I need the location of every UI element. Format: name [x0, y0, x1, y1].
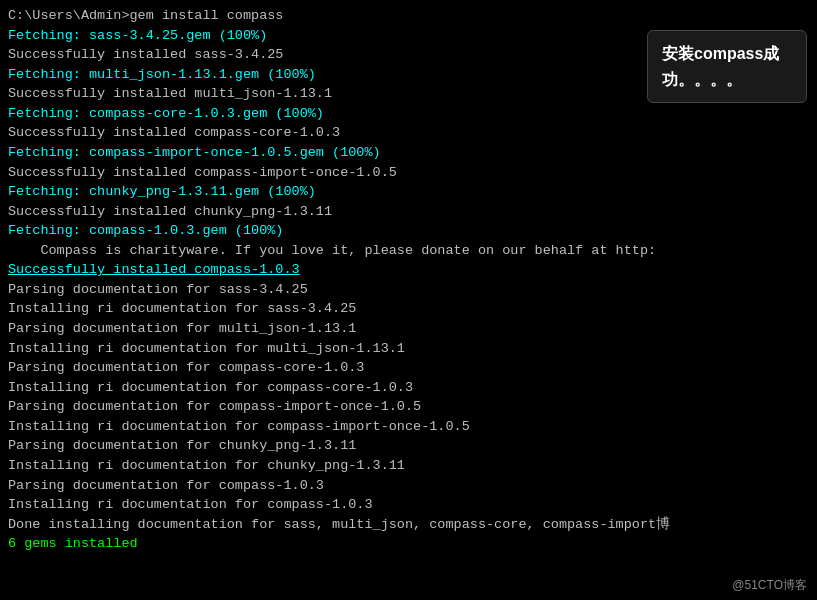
terminal-line: Parsing documentation for chunky_png-1.3… — [8, 436, 809, 456]
terminal-line: Compass is charityware. If you love it, … — [8, 241, 809, 261]
terminal-line: Installing ri documentation for compass-… — [8, 495, 809, 515]
watermark: @51CTO博客 — [732, 577, 807, 594]
terminal-line: Installing ri documentation for chunky_p… — [8, 456, 809, 476]
terminal-line: C:\Users\Admin>gem install compass — [8, 6, 809, 26]
terminal-line: Parsing documentation for compass-1.0.3 — [8, 476, 809, 496]
terminal-line: Fetching: chunky_png-1.3.11.gem (100%) — [8, 182, 809, 202]
tooltip-text: 安装compass成功。。。。 — [662, 45, 779, 88]
terminal-line: Parsing documentation for sass-3.4.25 — [8, 280, 809, 300]
terminal-line: Installing ri documentation for compass-… — [8, 417, 809, 437]
terminal-line: Installing ri documentation for multi_js… — [8, 339, 809, 359]
terminal-line: Successfully installed chunky_png-1.3.11 — [8, 202, 809, 222]
terminal-line: Successfully installed compass-1.0.3 — [8, 260, 809, 280]
terminal-window: C:\Users\Admin>gem install compassFetchi… — [0, 0, 817, 600]
terminal-line: 6 gems installed — [8, 534, 809, 554]
terminal-line: Successfully installed compass-import-on… — [8, 163, 809, 183]
terminal-line: Successfully installed compass-core-1.0.… — [8, 123, 809, 143]
terminal-line: Fetching: compass-1.0.3.gem (100%) — [8, 221, 809, 241]
terminal-line: Done installing documentation for sass, … — [8, 515, 809, 535]
terminal-line: Fetching: compass-core-1.0.3.gem (100%) — [8, 104, 809, 124]
terminal-line: Installing ri documentation for sass-3.4… — [8, 299, 809, 319]
terminal-line: Parsing documentation for compass-import… — [8, 397, 809, 417]
success-tooltip: 安装compass成功。。。。 — [647, 30, 807, 103]
terminal-line: Installing ri documentation for compass-… — [8, 378, 809, 398]
terminal-line: Parsing documentation for compass-core-1… — [8, 358, 809, 378]
terminal-line: Parsing documentation for multi_json-1.1… — [8, 319, 809, 339]
terminal-line: Fetching: compass-import-once-1.0.5.gem … — [8, 143, 809, 163]
